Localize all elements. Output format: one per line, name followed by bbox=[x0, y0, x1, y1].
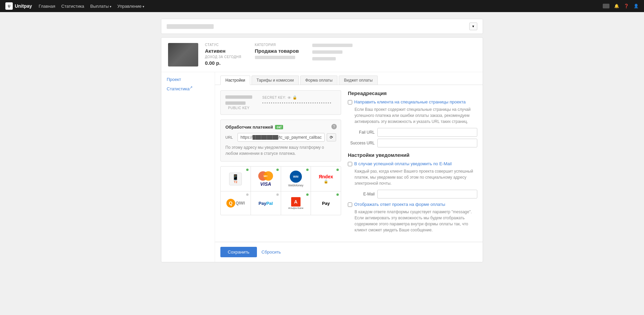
sidebar-item-project[interactable]: Проект bbox=[167, 77, 209, 82]
content-layout: Проект Статистика↗ Настройки Тарифы и ко… bbox=[161, 72, 483, 262]
content-area: Настройки Тарифы и комиссии Форма оплаты… bbox=[215, 72, 483, 262]
handler-url-row: URL ⟳ bbox=[225, 133, 336, 142]
category-label: КАТЕГОРИЯ bbox=[255, 43, 299, 47]
webmoney-text: WebMoney bbox=[288, 184, 303, 187]
redirect-checkbox-label[interactable]: Направить клиента на специальные страниц… bbox=[354, 99, 466, 104]
payment-method-paypal[interactable]: PayPal bbox=[251, 191, 281, 215]
public-key-label: PUBLIC KEY bbox=[225, 106, 252, 110]
success-url-input[interactable] bbox=[377, 139, 477, 147]
keys-section: PUBLIC KEY SECRET KEY: 👁 🔒 •••••••••••••… bbox=[220, 90, 341, 115]
save-button[interactable]: Сохранить bbox=[220, 247, 257, 257]
nav-payouts[interactable]: Выплаты bbox=[90, 4, 111, 9]
income-value: 0.00 р. bbox=[205, 60, 241, 66]
sidebar: Проект Статистика↗ bbox=[161, 72, 215, 262]
payment-method-t2[interactable]: 📱 T2 bbox=[221, 167, 251, 191]
secret-key-section: SECRET KEY: 👁 🔒 ••••••••••••••••••••••••… bbox=[262, 95, 332, 105]
secret-key-dots: •••••••••••••••••••••••••••••••• bbox=[262, 101, 332, 105]
help-circle-icon[interactable]: ? bbox=[331, 124, 337, 129]
bell-icon[interactable]: 🔔 bbox=[614, 4, 619, 8]
extra-placeholder-3 bbox=[312, 57, 336, 60]
help-icon[interactable]: ❓ bbox=[624, 4, 629, 8]
fail-url-label: Fail URL bbox=[348, 130, 375, 135]
handler-url-input[interactable] bbox=[237, 133, 325, 142]
email-notify-checkbox-row: В случае успешной оплаты уведомить по E-… bbox=[348, 161, 477, 166]
copy-icon[interactable]: 🔒 bbox=[292, 95, 298, 100]
flag-icon[interactable] bbox=[603, 4, 609, 8]
nav-manage[interactable]: Управление bbox=[117, 4, 144, 9]
category-extra bbox=[255, 56, 295, 59]
eye-icon[interactable]: 👁 bbox=[287, 96, 291, 100]
email-notify-label[interactable]: В случае успешной оплаты уведомить по E-… bbox=[354, 161, 452, 166]
redirects-title: Переадресация bbox=[348, 90, 477, 96]
topnav-logo-text: Unitpay bbox=[15, 3, 32, 9]
public-key-placeholder bbox=[225, 95, 252, 99]
tab-payment-form[interactable]: Форма оплаты bbox=[300, 76, 337, 85]
project-meta: СТАТУС Активен ДОХОД ЗА СЕГОДНЯ 0.00 р. … bbox=[205, 43, 476, 66]
status-label: СТАТУС bbox=[205, 43, 241, 47]
user-icon[interactable]: 👤 bbox=[634, 4, 639, 8]
yandex-status-dot bbox=[336, 169, 339, 171]
fail-url-input[interactable] bbox=[377, 128, 477, 137]
sidebar-item-stats[interactable]: Статистика↗ bbox=[167, 85, 209, 91]
mc-visa-logo: MC VISA bbox=[258, 171, 273, 187]
apple-status-dot bbox=[336, 193, 339, 196]
nav-stats[interactable]: Статистика bbox=[61, 4, 84, 9]
message-description: В каждом ответе платформы существует пар… bbox=[355, 209, 477, 233]
project-thumbnail-image bbox=[168, 43, 198, 66]
redirect-checkbox-row: Направить клиента на специальные страниц… bbox=[348, 99, 477, 104]
nav-home[interactable]: Главная bbox=[39, 4, 55, 9]
url-label: URL bbox=[225, 135, 235, 139]
notifications-title: Настройки уведомлений bbox=[348, 152, 477, 158]
main-content: СТАТУС Активен ДОХОД ЗА СЕГОДНЯ 0.00 р. … bbox=[161, 37, 483, 262]
t2-logo: 📱 T2 bbox=[229, 173, 242, 185]
qiwi-status-dot bbox=[246, 193, 249, 196]
settings-footer: Сохранить Сбросить bbox=[215, 242, 483, 262]
yandex-lock-icon: 🔒 bbox=[324, 179, 328, 184]
category-block: КАТЕГОРИЯ Продажа товаров bbox=[255, 43, 299, 66]
reset-button[interactable]: Сбросить bbox=[262, 250, 281, 255]
success-url-label: Success URL bbox=[348, 141, 375, 145]
url-refresh-button[interactable]: ⟳ bbox=[327, 133, 336, 141]
unitpay-logo-icon: U bbox=[5, 2, 13, 10]
handler-badge: ок! bbox=[275, 125, 283, 129]
alfa-logo: А Альфа-Банк bbox=[288, 197, 303, 210]
tab-tariffs[interactable]: Тарифы и комиссии bbox=[252, 76, 299, 85]
project-header-title bbox=[167, 24, 214, 29]
yandex-text: Яndex bbox=[319, 174, 333, 179]
page-wrapper: ▾ СТАТУС Активен ДОХОД ЗА СЕГОДНЯ 0.00 р… bbox=[158, 19, 486, 262]
handler-description: По этому адресу мы уведомляем вашу платф… bbox=[225, 144, 336, 156]
payment-method-qiwi[interactable]: Q QIWI bbox=[221, 191, 251, 215]
topnav: U Unitpay Главная Статистика Выплаты Упр… bbox=[0, 0, 644, 12]
qiwi-text: QIWI bbox=[236, 201, 245, 206]
paypal-logo: PayPal bbox=[259, 201, 273, 206]
secret-key-label: SECRET KEY: 👁 🔒 bbox=[262, 95, 332, 100]
project-info: СТАТУС Активен ДОХОД ЗА СЕГОДНЯ 0.00 р. … bbox=[161, 38, 483, 72]
payment-method-mc[interactable]: MC VISA bbox=[251, 167, 281, 191]
email-notify-checkbox[interactable] bbox=[348, 162, 352, 166]
tabs: Настройки Тарифы и комиссии Форма оплаты… bbox=[215, 72, 483, 85]
alfa-a-icon: А bbox=[291, 197, 301, 207]
income-label: ДОХОД ЗА СЕГОДНЯ bbox=[205, 55, 241, 59]
category-value: Продажа товаров bbox=[255, 48, 299, 54]
success-url-row: Success URL bbox=[348, 139, 477, 147]
paypal-p2: Pal bbox=[266, 201, 273, 206]
extra-placeholder-1 bbox=[312, 44, 353, 47]
mc-status-dot bbox=[276, 169, 279, 171]
payment-method-yandex[interactable]: Яndex 🔒 bbox=[311, 167, 341, 191]
message-checkbox[interactable] bbox=[348, 203, 352, 207]
wm-status-dot bbox=[306, 169, 309, 171]
payment-method-apple[interactable]: Pay bbox=[311, 191, 341, 215]
apple-pay-logo: Pay bbox=[322, 201, 330, 206]
message-checkbox-label[interactable]: Отображать ответ проекта на форме оплаты bbox=[354, 202, 445, 207]
redirect-checkbox[interactable] bbox=[348, 100, 352, 104]
payment-method-alfa[interactable]: А Альфа-Банк bbox=[281, 191, 311, 215]
email-input[interactable] bbox=[377, 190, 477, 198]
tab-widget[interactable]: Виджет оплаты bbox=[339, 76, 378, 85]
settings-right: Переадресация Направить клиента на специ… bbox=[348, 90, 477, 236]
alfa-status-dot bbox=[306, 193, 309, 196]
redirects-description: Если Ваш проект содержит специальные стр… bbox=[355, 106, 477, 125]
tab-settings[interactable]: Настройки bbox=[220, 76, 250, 85]
project-dropdown-button[interactable]: ▾ bbox=[469, 22, 477, 30]
paypal-p1: Pay bbox=[259, 201, 266, 206]
payment-method-wm[interactable]: WM WebMoney bbox=[281, 167, 311, 191]
